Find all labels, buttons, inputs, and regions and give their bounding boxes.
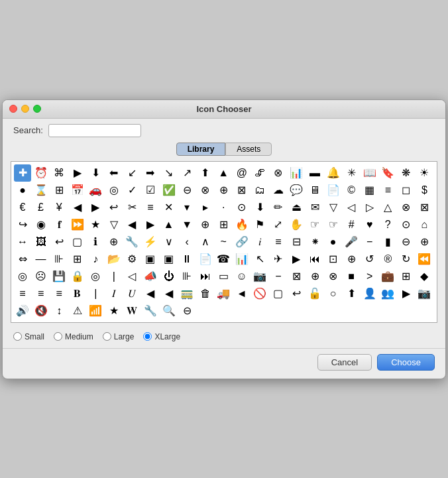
icon-cell[interactable]: ⚑	[251, 216, 268, 233]
icon-cell[interactable]: 🔧	[123, 233, 140, 251]
icon-cell[interactable]: −	[361, 233, 378, 251]
icon-cell[interactable]: ⊡	[325, 251, 342, 268]
icon-cell[interactable]: ✏	[270, 199, 287, 216]
icon-cell[interactable]: 🔥	[233, 216, 251, 233]
icon-cell[interactable]: ▶	[288, 251, 305, 268]
icon-cell[interactable]: ⤢	[270, 216, 287, 233]
icon-cell[interactable]: 📂	[105, 251, 123, 268]
icon-cell[interactable]: ⊕	[343, 251, 360, 268]
icon-cell[interactable]: 𝑈	[123, 285, 140, 302]
icon-cell[interactable]: ◎	[14, 268, 31, 285]
icon-cell[interactable]: £	[32, 199, 50, 216]
icon-cell[interactable]: ↻	[398, 251, 415, 268]
icon-cell[interactable]: ⏮	[306, 251, 323, 268]
icon-cell[interactable]: ▬	[306, 164, 323, 182]
icon-cell[interactable]: ≡	[270, 233, 287, 251]
icon-cell[interactable]: ↗	[178, 164, 196, 182]
icon-cell[interactable]: ⏸	[178, 251, 196, 268]
size-large[interactable]: Large	[103, 332, 135, 341]
icon-cell[interactable]: ▼	[178, 216, 196, 233]
icon-cell[interactable]: 📄	[197, 251, 214, 268]
icon-cell[interactable]: 📷	[251, 268, 268, 285]
icon-cell[interactable]: ◀	[142, 285, 159, 302]
icon-cell[interactable]: 𝐼	[105, 285, 123, 302]
icon-cell[interactable]: ≡	[379, 182, 396, 199]
icon-cell[interactable]: ⇔	[14, 251, 31, 268]
icon-cell[interactable]: ®	[379, 251, 396, 268]
icon-cell[interactable]: ∧	[197, 233, 214, 251]
icon-cell[interactable]: ▶	[69, 164, 86, 182]
icon-cell[interactable]: ▣	[160, 251, 178, 268]
icon-cell[interactable]: ⚙	[123, 251, 140, 268]
icon-cell[interactable]: ◻	[398, 182, 415, 199]
icon-cell[interactable]: ✓	[123, 182, 140, 199]
icon-cell[interactable]: ❋	[398, 164, 415, 182]
icon-cell[interactable]: 📊	[288, 164, 305, 182]
tab-library[interactable]: Library	[176, 143, 226, 156]
icon-cell[interactable]: 𝑖	[251, 233, 268, 251]
icon-cell[interactable]: ⬆	[197, 164, 214, 182]
icon-cell[interactable]: ▲	[215, 164, 232, 182]
icon-cell[interactable]: ↖	[251, 251, 268, 268]
icon-cell[interactable]: 👥	[379, 285, 396, 302]
icon-cell[interactable]: ⊪	[178, 268, 196, 285]
icon-cell[interactable]: ◆	[416, 268, 433, 285]
icon-cell[interactable]: ⊠	[233, 182, 251, 199]
icon-cell[interactable]: ⏰	[32, 164, 50, 182]
icon-cell[interactable]: ⌂	[416, 216, 433, 233]
icon-cell[interactable]: @	[233, 164, 251, 182]
icon-cell[interactable]: 🗂	[251, 182, 268, 199]
icon-cell[interactable]: 🎤	[343, 233, 360, 251]
icon-cell[interactable]: ★	[105, 302, 123, 320]
icon-cell[interactable]: ⚡	[142, 233, 159, 251]
icon-cell[interactable]: ▣	[142, 251, 159, 268]
icon-cell[interactable]: ☞	[325, 216, 342, 233]
icon-cell[interactable]: ⁕	[306, 233, 323, 251]
icon-cell[interactable]: ‹	[178, 233, 196, 251]
icon-cell[interactable]: ⏭	[197, 268, 214, 285]
icon-cell[interactable]: 𝐁	[69, 285, 86, 302]
icon-cell[interactable]: ☑	[142, 182, 159, 199]
icon-cell[interactable]: €	[14, 199, 31, 216]
icon-cell[interactable]: ·	[215, 199, 232, 216]
icon-cell[interactable]: ↕	[50, 302, 68, 320]
icon-cell[interactable]: 🖇	[251, 164, 268, 182]
icon-cell[interactable]: ◀	[123, 216, 140, 233]
icon-cell[interactable]: 🔊	[14, 302, 31, 320]
icon-cell[interactable]: 🚚	[215, 285, 232, 302]
icon-cell[interactable]: ▽	[325, 199, 342, 216]
icon-cell[interactable]: ⊞	[215, 216, 232, 233]
icon-cell[interactable]: ↘	[160, 164, 178, 182]
icon-cell[interactable]: ▢	[270, 285, 287, 302]
size-xlarge[interactable]: XLarge	[143, 332, 180, 341]
icon-cell[interactable]: 🔧	[142, 302, 159, 320]
icon-cell[interactable]: 📊	[233, 251, 251, 268]
icon-cell[interactable]: ✉	[306, 199, 323, 216]
icon-cell[interactable]: 🔓	[306, 285, 323, 302]
icon-cell[interactable]: ?	[379, 216, 396, 233]
icon-cell[interactable]: ↩	[50, 233, 68, 251]
icon-cell[interactable]: ⊕	[197, 216, 214, 233]
icon-cell[interactable]: ¥	[50, 199, 68, 216]
icon-cell[interactable]: ●	[14, 182, 31, 199]
search-input[interactable]	[48, 124, 141, 137]
icon-cell[interactable]: ⊪	[50, 251, 68, 268]
icon-cell[interactable]: ↙	[123, 164, 140, 182]
icon-cell[interactable]: ⊖	[178, 182, 196, 199]
icon-cell[interactable]: ▶	[87, 199, 104, 216]
icon-cell[interactable]: ⬅	[105, 164, 123, 182]
icon-cell[interactable]: ⏪	[416, 251, 433, 268]
icon-cell[interactable]: ☹	[32, 268, 50, 285]
icon-cell[interactable]: ◀	[69, 199, 86, 216]
icon-cell[interactable]: 📖	[361, 164, 378, 182]
icon-cell[interactable]: ▭	[215, 268, 232, 285]
icon-cell[interactable]: ↪	[14, 216, 31, 233]
icon-cell[interactable]: ☞	[306, 216, 323, 233]
icon-cell[interactable]: —	[32, 251, 50, 268]
icon-cell[interactable]: ⌛	[32, 182, 50, 199]
icon-cell[interactable]: ⊞	[50, 182, 68, 199]
minimize-button[interactable]	[21, 105, 29, 113]
icon-cell[interactable]: ≡	[142, 199, 159, 216]
icon-cell[interactable]: ◎	[87, 268, 104, 285]
icon-grid-container[interactable]: ✚⏰⌘▶⬇⬅↙➡↘↗⬆▲@🖇⊗📊▬🔔✳📖🔖❋☀●⌛⊞📅🚗◎✓☑✅⊖⊗⊕⊠🗂☁💬🖥…	[11, 161, 437, 323]
